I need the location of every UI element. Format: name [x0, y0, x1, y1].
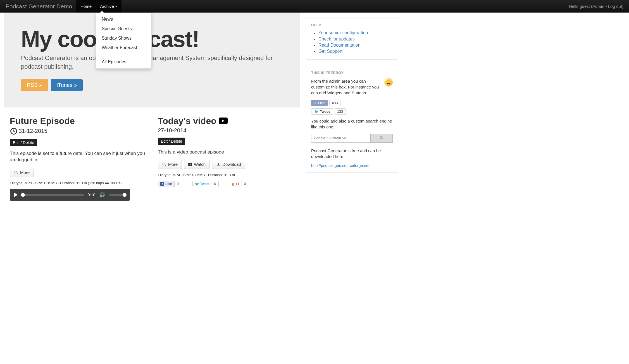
dropdown-news[interactable]: News [96, 15, 151, 24]
help-get-support[interactable]: Get Support [318, 49, 342, 54]
download-button[interactable]: Download [212, 160, 245, 169]
help-panel: HELP Your server configuration Check for… [306, 18, 398, 60]
fb-like-widget[interactable]: ✓Like 483 [311, 100, 340, 106]
caret-down-icon [115, 6, 117, 7]
tweet-count: 133 [335, 108, 346, 115]
clock-icon [10, 127, 18, 135]
nav-home[interactable]: Home [76, 0, 96, 13]
help-check-updates[interactable]: Check for updates [318, 37, 355, 41]
google-search-button[interactable] [370, 134, 393, 143]
freebox-text1: From the admin area you can customize th… [311, 78, 393, 96]
facebook-icon: f [160, 182, 164, 186]
watch-label: Watch [194, 162, 206, 167]
page-subtitle: Podcast Generator is an open source Cont… [21, 54, 283, 71]
dropdown-sunday-shows[interactable]: Sunday Shows [96, 33, 151, 43]
fb-label: Like [165, 182, 172, 186]
twitter-icon: 🐦 [314, 109, 319, 114]
more-button[interactable]: More [10, 168, 34, 177]
navbar: Podcast Generator Demo Home Archive News… [0, 0, 629, 13]
episode-description: This is a video podcast episode [158, 149, 295, 155]
freebox-text2: You could add also a custom search engin… [311, 118, 393, 130]
episode-todays-video: Today's video 27-10-2014 Edit / Delete T… [158, 116, 295, 201]
download-icon [216, 162, 221, 167]
audio-track[interactable] [22, 194, 84, 196]
page-title: My cool podcast! [21, 26, 283, 52]
tweet-button[interactable]: 🐦Tweet 0 [192, 181, 219, 187]
episode-title: Future Episode [10, 116, 75, 126]
search-icon [379, 136, 384, 140]
itunes-button[interactable]: iTunes » [51, 79, 83, 91]
download-label: Download [222, 162, 241, 167]
tw-count: 0 [212, 181, 218, 187]
gp-label: +1 [235, 182, 239, 186]
edit-delete-button[interactable]: Edit / Delete [158, 138, 185, 145]
more-label: More [168, 162, 178, 167]
tweet-widget[interactable]: 🐦Tweet 133 [311, 108, 346, 115]
dropdown-divider [96, 55, 151, 55]
help-server-config[interactable]: Your server configuration [318, 30, 368, 35]
volume-slider[interactable] [109, 194, 126, 196]
nav-archive[interactable]: Archive [96, 0, 121, 13]
volume-icon[interactable]: 🔊 [99, 192, 105, 198]
help-title: HELP [311, 23, 393, 27]
episode-meta: Filetype: MP3 - Size: 0.15MB - Duration:… [10, 181, 147, 185]
audio-time: 0:10 [88, 193, 95, 197]
fb-like-button[interactable]: fLike 0 [158, 181, 181, 187]
svg-point-1 [15, 171, 17, 173]
episode-meta: Filetype: MP4 - Size: 0.86MB - Duration:… [158, 173, 295, 177]
gplus-icon: g [232, 182, 234, 186]
freebox-title: THIS IS FREEBOX [311, 71, 393, 75]
rss-button[interactable]: RSS » [21, 79, 48, 91]
dropdown-weather-forecast[interactable]: Weather Forecast [96, 43, 151, 52]
tweet-label: Tweet [320, 109, 330, 114]
episode-future: Future Episode 31-12-2015 Edit / Delete … [10, 116, 147, 201]
search-icon [162, 162, 166, 167]
like-count: 483 [329, 100, 340, 106]
play-box-icon [188, 163, 192, 166]
tw-label: Tweet [200, 182, 209, 186]
check-icon: ✓ [314, 101, 317, 105]
jumbotron: My cool podcast! Podcast Generator is an… [4, 13, 300, 107]
more-button[interactable]: More [158, 160, 182, 169]
nav-archive-label: Archive [100, 4, 114, 9]
video-icon [219, 118, 228, 124]
episode-date: 27-10-2014 [158, 127, 186, 134]
freebox-download-link[interactable]: http://podcastgen.sourceforge.net [311, 163, 370, 168]
svg-point-3 [380, 136, 382, 138]
gp-count: 0 [242, 181, 248, 187]
svg-point-2 [163, 163, 165, 165]
audio-player[interactable]: 0:10 🔊 [10, 189, 130, 201]
archive-dropdown: News Special Guests Sunday Shows Weather… [96, 13, 152, 69]
episode-date: 31-12-2015 [19, 128, 47, 134]
search-icon [14, 170, 18, 175]
like-label: Like [318, 101, 325, 105]
episode-description: This episode is set to a future date. Yo… [10, 150, 147, 164]
twitter-icon: 🐦 [195, 182, 199, 186]
google-search-input[interactable] [311, 134, 370, 143]
episode-title: Today's video [158, 116, 216, 126]
more-label: More [20, 170, 30, 175]
gplus-button[interactable]: g+1 0 [230, 181, 249, 187]
brand-link[interactable]: Podcast Generator Demo [6, 3, 76, 10]
nav-user-greeting[interactable]: Hello guest (Admin - Log out) [569, 4, 623, 9]
freebox-text3: Podcast Generator is free and can be dow… [311, 148, 393, 159]
edit-delete-button[interactable]: Edit / Delete [10, 139, 37, 146]
freebox-panel: THIS IS FREEBOX 😄 From the admin area yo… [306, 66, 398, 173]
watch-button[interactable]: Watch [184, 160, 210, 169]
dropdown-special-guests[interactable]: Special Guests [96, 24, 151, 33]
help-read-docs[interactable]: Read Documentation [318, 43, 360, 47]
dropdown-all-episodes[interactable]: All Episodes [96, 57, 151, 67]
fb-count: 0 [174, 181, 181, 187]
smiley-icon: 😄 [384, 78, 393, 87]
play-icon[interactable] [14, 192, 18, 197]
